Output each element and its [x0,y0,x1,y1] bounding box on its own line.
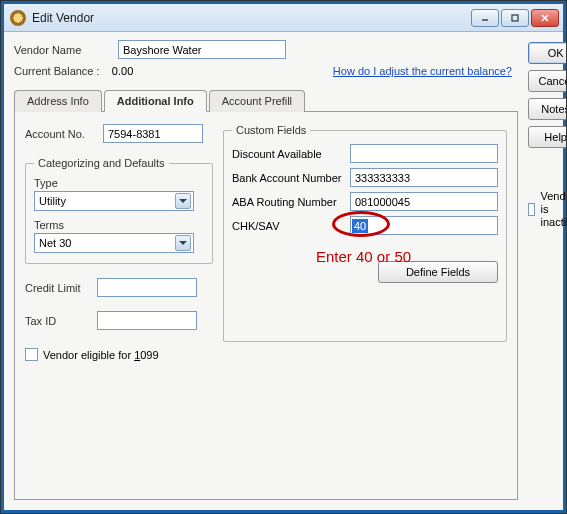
account-no-label: Account No. [25,128,95,140]
chk-sav-label: CHK/SAV [232,220,344,232]
maximize-button[interactable] [501,9,529,27]
adjust-balance-link[interactable]: How do I adjust the current balance? [333,65,512,77]
terms-value: Net 30 [39,237,71,249]
tab-panel-additional: Account No. Categorizing and Defaults Ty… [14,112,518,500]
vendor-inactive-row: Vendor is inactive [528,190,567,230]
vendor-name-input[interactable] [118,40,286,59]
notes-button[interactable]: Notes [528,98,567,120]
close-button[interactable] [531,9,559,27]
discount-input[interactable] [350,144,498,163]
help-button[interactable]: Help [528,126,567,148]
current-balance-label: Current Balance : [14,65,100,77]
aba-routing-label: ABA Routing Number [232,196,344,208]
categorizing-fieldset: Categorizing and Defaults Type Utility T… [25,157,213,264]
svg-rect-1 [512,15,518,21]
vendor-name-label: Vendor Name [14,44,110,56]
ok-button[interactable]: OK [528,42,567,64]
app-icon [10,10,26,26]
tabs: Address Info Additional Info Account Pre… [14,89,518,112]
type-select[interactable]: Utility [34,191,194,211]
chevron-down-icon [175,193,191,209]
discount-label: Discount Available [232,148,344,160]
chevron-down-icon [175,235,191,251]
tab-additional-info[interactable]: Additional Info [104,90,207,112]
annotation-text: Enter 40 or 50 [316,248,411,265]
bank-account-input[interactable] [350,168,498,187]
type-value: Utility [39,195,66,207]
title-bar: Edit Vendor [4,4,563,32]
terms-label: Terms [34,219,204,231]
custom-fields-legend: Custom Fields [232,124,310,136]
categorizing-legend: Categorizing and Defaults [34,157,169,169]
cancel-button[interactable]: Cancel [528,70,567,92]
type-label: Type [34,177,204,189]
vendor-inactive-label: Vendor is inactive [540,190,567,230]
tab-address-info[interactable]: Address Info [14,90,102,112]
credit-limit-label: Credit Limit [25,282,89,294]
terms-select[interactable]: Net 30 [34,233,194,253]
eligible-1099-checkbox[interactable] [25,348,38,361]
chk-sav-value: 40 [352,219,368,233]
tax-id-input[interactable] [97,311,197,330]
chk-sav-input[interactable]: 40 [350,216,498,235]
tab-account-prefill[interactable]: Account Prefill [209,90,305,112]
vendor-inactive-checkbox[interactable] [528,203,535,216]
eligible-1099-label: Vendor eligible for 1099 [43,349,159,361]
bank-account-label: Bank Account Number [232,172,344,184]
minimize-button[interactable] [471,9,499,27]
aba-routing-input[interactable] [350,192,498,211]
account-no-input[interactable] [103,124,203,143]
current-balance-value: 0.00 [112,65,133,77]
credit-limit-input[interactable] [97,278,197,297]
tax-id-label: Tax ID [25,315,89,327]
window-title: Edit Vendor [32,11,471,25]
custom-fields-fieldset: Custom Fields Discount Available Bank Ac… [223,124,507,342]
